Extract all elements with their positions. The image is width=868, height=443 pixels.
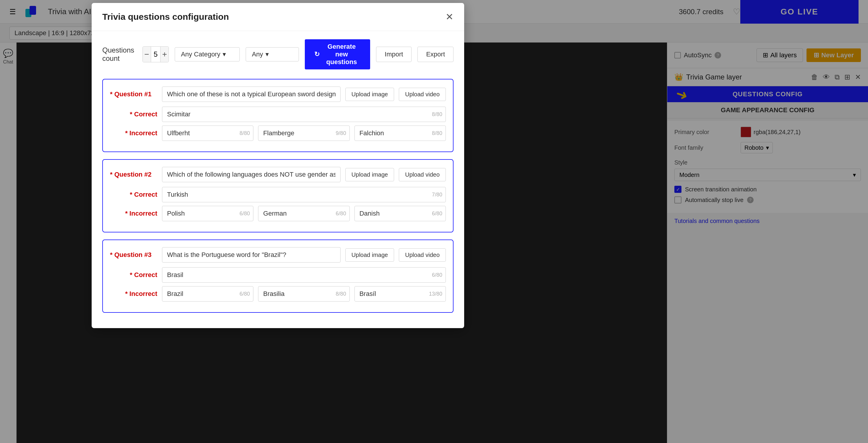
question-2-upload-image-button[interactable]: Upload image: [345, 168, 394, 181]
question-3-label: * Question #3: [110, 251, 157, 259]
question-2-header: * Question #2 Upload image Upload video: [110, 167, 446, 182]
question-3-correct-label: * Correct: [110, 271, 157, 279]
q3-inc1-wrap: 6/80: [162, 286, 253, 302]
q1-inc3-wrap: 8/80: [354, 126, 446, 141]
question-1-correct-input[interactable]: [162, 107, 446, 122]
q2-inc1-wrap: 6/80: [162, 206, 253, 221]
q1-inc1-wrap: 8/80: [162, 126, 253, 141]
modal-close-button[interactable]: ✕: [445, 11, 454, 23]
q2-inc2-wrap: 6/80: [258, 206, 349, 221]
question-2-incorrect-label: * Incorrect: [110, 210, 157, 217]
question-3-upload-image-button[interactable]: Upload image: [345, 248, 394, 262]
question-2-upload-video-button[interactable]: Upload video: [399, 168, 446, 181]
question-1-upload-image-button[interactable]: Upload image: [345, 88, 394, 101]
question-2-correct-input-wrap: 7/80: [162, 187, 446, 202]
q3-inc2-count: 8/80: [336, 291, 346, 297]
question-2-input[interactable]: [162, 167, 341, 182]
chevron-down-icon: ▾: [223, 50, 226, 58]
stepper-minus-button[interactable]: −: [143, 47, 151, 62]
question-1-input[interactable]: [162, 87, 341, 102]
question-2-label: * Question #2: [110, 171, 157, 178]
stepper-plus-button[interactable]: +: [160, 47, 168, 62]
q3-inc1-count: 6/80: [240, 291, 250, 297]
question-3-upload-video-button[interactable]: Upload video: [399, 248, 446, 262]
chevron-down-icon: ▾: [266, 50, 269, 58]
question-card-3: * Question #3 Upload image Upload video …: [102, 240, 454, 313]
question-1-correct-label: * Correct: [110, 110, 157, 118]
q3-inc3-count: 13/80: [429, 291, 442, 297]
q2-inc2-count: 6/80: [336, 211, 346, 217]
refresh-icon: ↻: [314, 50, 319, 58]
question-1-label: * Question #1: [110, 90, 157, 98]
q2-inc3-count: 6/80: [432, 211, 442, 217]
question-3-incorrect-inputs: 6/80 8/80 13/80: [162, 286, 446, 302]
modal-title: Trivia questions configuration: [102, 12, 229, 22]
modal-body: Questions count − 5 + Any Category ▾ Any…: [92, 31, 464, 328]
q2-inc3-wrap: 6/80: [354, 206, 446, 221]
question-1-incorrect-label: * Incorrect: [110, 129, 157, 137]
questions-count-row: Questions count − 5 + Any Category ▾ Any…: [102, 39, 454, 69]
category-select[interactable]: Any Category ▾: [175, 47, 240, 61]
q2-inc1-count: 6/80: [240, 211, 250, 217]
question-3-header: * Question #3 Upload image Upload video: [110, 247, 446, 263]
question-2-correct-row: * Correct 7/80: [110, 187, 446, 202]
question-1-incorrect-inputs: 8/80 9/80 8/80: [162, 126, 446, 141]
question-1-correct-count: 8/80: [432, 111, 442, 117]
generate-questions-button[interactable]: ↻ Generate new questions: [305, 39, 370, 69]
question-3-incorrect-label: * Incorrect: [110, 290, 157, 298]
question-2-incorrect-inputs: 6/80 6/80 6/80: [162, 206, 446, 221]
export-button[interactable]: Export: [417, 47, 454, 62]
q1-inc3-count: 8/80: [432, 130, 442, 136]
question-3-correct-count: 6/80: [432, 272, 442, 278]
question-2-correct-label: * Correct: [110, 191, 157, 199]
q3-inc3-wrap: 13/80: [354, 286, 446, 302]
modal-overlay: Trivia questions configuration ✕ Questio…: [0, 0, 868, 443]
question-card-2: * Question #2 Upload image Upload video …: [102, 159, 454, 232]
modal-header: Trivia questions configuration ✕: [92, 3, 464, 31]
question-1-upload-video-button[interactable]: Upload video: [399, 88, 446, 101]
question-3-correct-input[interactable]: [162, 267, 446, 283]
modal: Trivia questions configuration ✕ Questio…: [92, 3, 464, 328]
q3-inc2-wrap: 8/80: [258, 286, 349, 302]
question-3-correct-row: * Correct 6/80: [110, 267, 446, 283]
question-1-correct-row: * Correct 8/80: [110, 107, 446, 122]
stepper-value: 5: [151, 47, 161, 62]
q1-inc1-count: 8/80: [240, 130, 250, 136]
question-2-correct-count: 7/80: [432, 192, 442, 198]
difficulty-select[interactable]: Any ▾: [246, 47, 299, 61]
q1-inc2-count: 9/80: [336, 130, 346, 136]
question-card-1: * Question #1 Upload image Upload video …: [102, 79, 454, 152]
import-button[interactable]: Import: [376, 47, 411, 62]
questions-count-label: Questions count: [102, 46, 134, 63]
questions-stepper[interactable]: − 5 +: [143, 46, 169, 62]
question-1-correct-input-wrap: 8/80: [162, 107, 446, 122]
question-1-header: * Question #1 Upload image Upload video: [110, 87, 446, 102]
question-2-correct-input[interactable]: [162, 187, 446, 202]
question-3-incorrect-row: * Incorrect 6/80 8/80 13/80: [110, 286, 446, 302]
question-3-input[interactable]: [162, 247, 341, 263]
question-3-correct-input-wrap: 6/80: [162, 267, 446, 283]
question-2-incorrect-row: * Incorrect 6/80 6/80 6/80: [110, 206, 446, 221]
q1-inc2-wrap: 9/80: [258, 126, 349, 141]
question-1-incorrect-row: * Incorrect 8/80 9/80 8/80: [110, 126, 446, 141]
